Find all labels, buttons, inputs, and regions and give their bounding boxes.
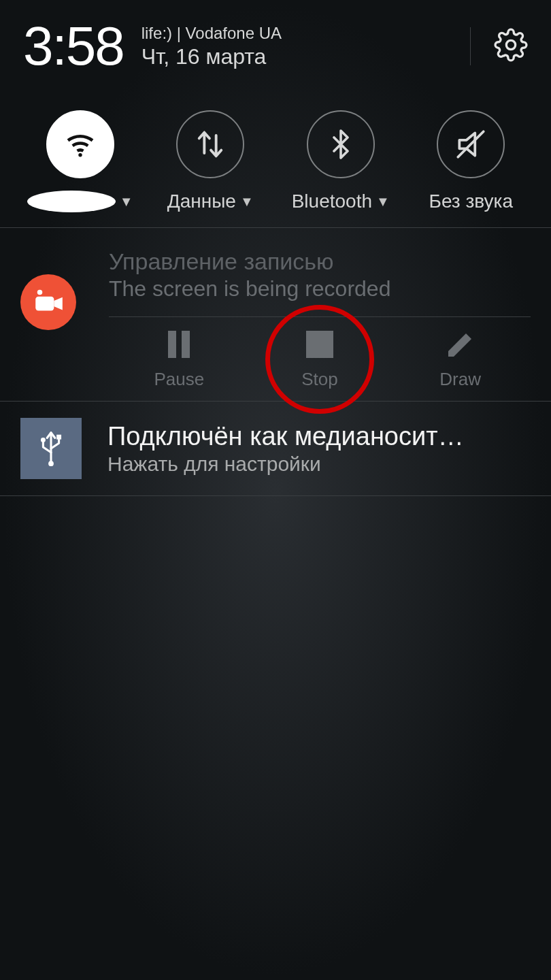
header-divider — [470, 27, 471, 65]
svg-point-9 — [41, 438, 46, 442]
usb-subtitle: Нажать для настройки — [107, 453, 464, 476]
qs-wifi[interactable]: ▼ — [16, 110, 145, 212]
svg-point-8 — [48, 461, 54, 466]
qs-bluetooth[interactable]: Bluetooth ▼ — [276, 110, 405, 212]
gear-icon — [494, 28, 528, 62]
svg-rect-5 — [168, 331, 176, 358]
status-header: 3:58 life:) | Vodafone UA Чт, 16 марта — [0, 0, 551, 86]
pencil-icon — [444, 327, 477, 362]
chevron-down-icon: ▼ — [120, 194, 133, 210]
svg-rect-4 — [35, 297, 54, 311]
carrier-text: life:) | Vodafone UA — [141, 24, 282, 43]
settings-button[interactable] — [491, 25, 531, 67]
wifi-icon — [62, 126, 99, 163]
svg-point-1 — [78, 153, 82, 157]
stop-label: Stop — [301, 369, 338, 390]
mute-icon — [454, 127, 488, 161]
mute-label[interactable]: Без звука — [429, 191, 513, 212]
svg-rect-7 — [306, 331, 333, 358]
pause-label: Pause — [154, 369, 204, 390]
usb-title: Подключён как медианосит… — [107, 422, 464, 451]
pause-icon — [165, 327, 193, 362]
chevron-down-icon: ▼ — [376, 194, 390, 210]
recorder-title: Управление записью — [109, 248, 531, 275]
draw-label: Draw — [439, 369, 481, 390]
wifi-network-redacted — [27, 191, 116, 212]
stop-button[interactable]: Stop — [265, 327, 374, 390]
bluetooth-icon — [324, 128, 357, 161]
svg-point-3 — [37, 290, 43, 295]
recorder-app-icon — [20, 274, 76, 330]
camera-icon — [31, 285, 65, 319]
wifi-toggle[interactable] — [46, 110, 114, 178]
header-meta: life:) | Vodafone UA Чт, 16 марта — [141, 24, 282, 69]
wifi-label[interactable]: ▼ — [27, 191, 133, 212]
date-text: Чт, 16 марта — [141, 44, 282, 69]
notification-usb[interactable]: Подключён как медианосит… Нажать для нас… — [0, 402, 551, 496]
usb-app-icon — [20, 418, 82, 479]
draw-button[interactable]: Draw — [406, 327, 515, 390]
data-toggle[interactable] — [176, 110, 244, 178]
bluetooth-toggle[interactable] — [307, 110, 375, 178]
quick-settings-row: ▼ Данные ▼ Bluetooth ▼ — [0, 86, 551, 228]
recorder-actions: Pause Stop Draw — [109, 327, 531, 390]
chevron-down-icon: ▼ — [240, 194, 254, 210]
mute-toggle[interactable] — [437, 110, 505, 178]
qs-data[interactable]: Данные ▼ — [146, 110, 275, 212]
clock-time: 3:58 — [23, 19, 124, 74]
notification-screen-recorder[interactable]: Управление записью The screen is being r… — [0, 228, 551, 402]
data-label[interactable]: Данные ▼ — [167, 191, 254, 212]
recorder-subtitle: The screen is being recorded — [109, 276, 531, 301]
usb-icon — [35, 429, 67, 468]
stop-icon — [305, 327, 335, 362]
svg-point-0 — [506, 40, 515, 49]
qs-mute[interactable]: Без звука — [406, 110, 535, 212]
svg-rect-10 — [56, 435, 61, 440]
bluetooth-label[interactable]: Bluetooth ▼ — [292, 191, 390, 212]
recorder-separator — [109, 316, 531, 317]
svg-rect-6 — [182, 331, 190, 358]
data-arrows-icon — [193, 127, 228, 162]
pause-button[interactable]: Pause — [124, 327, 233, 390]
